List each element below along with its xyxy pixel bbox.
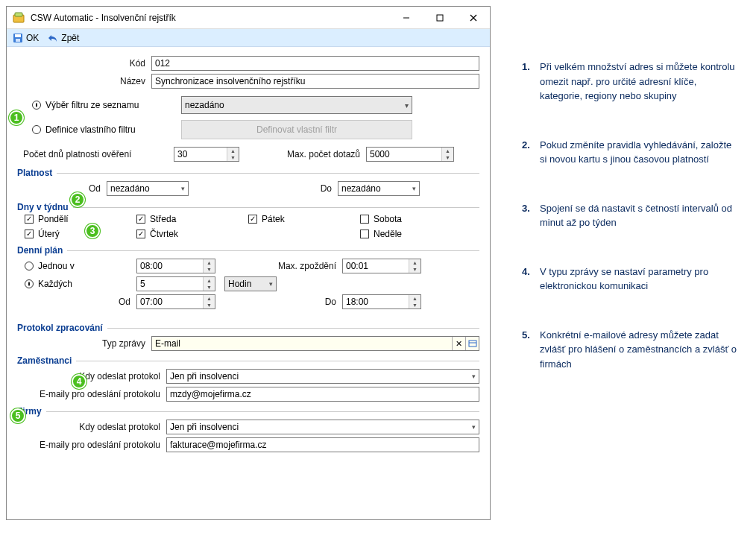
check-fri[interactable] xyxy=(248,215,257,224)
platnost-do-select[interactable]: nezadáno▾ xyxy=(338,181,420,196)
window-title: CSW Automatic - Insolvenční rejstřík xyxy=(31,13,389,23)
app-window: CSW Automatic - Insolvenční rejstřík OK … xyxy=(6,6,491,520)
minimize-button[interactable] xyxy=(389,7,423,28)
platnost-do-label: Do xyxy=(189,183,338,194)
note-4: 4.V typu zprávy se nastaví parametry pro… xyxy=(522,265,738,294)
companies-header: Firmy xyxy=(17,406,479,417)
kod-input[interactable] xyxy=(151,56,479,71)
msg-type-lookup[interactable]: E-mail ✕ xyxy=(151,336,479,351)
app-icon xyxy=(13,12,25,24)
days-valid-spinner[interactable]: ▲▼ xyxy=(174,147,239,162)
chevron-down-icon: ▾ xyxy=(472,423,476,431)
once-time-spinner[interactable]: ▲▼ xyxy=(136,259,215,273)
chevron-down-icon: ▾ xyxy=(181,185,185,192)
when-send-comp-select[interactable]: Jen při insolvenci▾ xyxy=(166,420,479,434)
chevron-down-icon: ▾ xyxy=(472,373,476,380)
emails-emp-input[interactable] xyxy=(166,387,479,402)
svg-rect-9 xyxy=(469,341,476,346)
svg-rect-3 xyxy=(437,15,443,21)
form-area: Kód Název Výběr filtru ze seznamu nezadá… xyxy=(7,47,490,519)
side-notes: 1.Při velkém množství adres si můžete ko… xyxy=(522,60,738,405)
kod-label: Kód xyxy=(17,58,151,69)
when-send-comp-label: Kdy odeslat protokol xyxy=(17,422,166,432)
once-radio[interactable] xyxy=(25,262,34,270)
max-queries-value[interactable] xyxy=(367,148,441,161)
marker-3: 3 xyxy=(85,224,100,238)
employees-header: Zaměstnanci xyxy=(17,355,479,366)
undo-icon xyxy=(48,33,58,43)
maximize-button[interactable] xyxy=(423,7,456,28)
note-5: 5.Konkrétní e-mailové adresy můžete zada… xyxy=(522,328,738,372)
note-2: 2.Pokud změníte pravidla vyhledávání, za… xyxy=(522,138,738,167)
back-button[interactable]: Zpět xyxy=(45,31,82,45)
daily-od-label: Od xyxy=(25,297,136,307)
filter-list-radio[interactable] xyxy=(32,101,41,110)
toolbar: OK Zpět xyxy=(7,29,490,47)
spin-up-icon[interactable]: ▲ xyxy=(227,148,239,154)
check-wed[interactable] xyxy=(136,215,145,224)
marker-4: 4 xyxy=(72,374,86,389)
note-3: 3.Spojení se dá nastavit s četností inte… xyxy=(522,201,738,230)
spin-down-icon[interactable]: ▼ xyxy=(442,154,453,161)
msg-type-label: Typ zprávy xyxy=(17,338,151,349)
when-send-emp-label: Kdy odeslat protokol xyxy=(17,371,166,382)
daily-od-spinner[interactable]: ▲▼ xyxy=(136,294,215,309)
marker-1: 1 xyxy=(9,110,24,125)
daily-do-label: Do xyxy=(215,297,342,307)
clear-icon[interactable]: ✕ xyxy=(452,337,465,350)
max-delay-spinner[interactable]: ▲▼ xyxy=(342,259,421,273)
ok-label: OK xyxy=(26,33,39,43)
check-thu[interactable] xyxy=(136,230,145,238)
define-own-filter-button: Definovat vlastní filtr xyxy=(181,120,412,139)
filter-list-radio-label: Výběr filtru ze seznamu xyxy=(45,100,139,110)
every-radio[interactable] xyxy=(25,279,34,288)
svg-rect-1 xyxy=(15,13,22,16)
emails-comp-label: E-maily pro odeslání protokolu xyxy=(17,440,166,450)
filter-own-radio[interactable] xyxy=(32,125,41,134)
title-bar: CSW Automatic - Insolvenční rejstřík xyxy=(7,7,490,29)
unit-select[interactable]: Hodin▾ xyxy=(224,276,277,291)
ok-button[interactable]: OK xyxy=(10,31,42,45)
platnost-od-label: Od xyxy=(77,183,107,194)
emails-comp-input[interactable] xyxy=(166,437,479,452)
nazev-label: Název xyxy=(17,76,151,86)
daily-do-spinner[interactable]: ▲▼ xyxy=(342,294,421,309)
spin-up-icon[interactable]: ▲ xyxy=(442,148,453,154)
note-1: 1.Při velkém množství adres si můžete ko… xyxy=(522,60,738,104)
max-queries-label: Max. počet dotazů xyxy=(239,149,366,159)
spin-down-icon[interactable]: ▼ xyxy=(227,154,239,161)
max-queries-spinner[interactable]: ▲▼ xyxy=(366,147,454,162)
when-send-emp-select[interactable]: Jen při insolvenci▾ xyxy=(166,369,479,384)
platnost-od-select[interactable]: nezadáno▾ xyxy=(107,181,189,196)
svg-rect-8 xyxy=(16,39,20,42)
lookup-icon[interactable] xyxy=(465,337,479,350)
chevron-down-icon: ▾ xyxy=(269,280,273,288)
marker-5: 5 xyxy=(10,408,25,423)
emails-emp-label: E-maily pro odeslání protokolu xyxy=(17,389,166,399)
check-sun[interactable] xyxy=(360,230,369,238)
chevron-down-icon: ▾ xyxy=(412,185,416,192)
max-delay-label: Max. zpoždění xyxy=(215,261,342,271)
check-sat[interactable] xyxy=(360,215,369,224)
protocol-header: Protokol zpracování xyxy=(17,323,479,333)
days-header: Dny v týdnu xyxy=(17,202,479,212)
every-spinner[interactable]: ▲▼ xyxy=(136,276,215,291)
days-valid-label: Počet dnů platnosti ověření xyxy=(17,149,174,159)
filter-select-value: nezadáno xyxy=(185,100,224,110)
svg-rect-7 xyxy=(15,34,21,37)
days-valid-value[interactable] xyxy=(174,148,227,161)
filter-select[interactable]: nezadáno ▾ xyxy=(181,96,412,114)
platnost-header: Platnost xyxy=(17,168,479,178)
marker-2: 2 xyxy=(70,192,85,207)
nazev-input[interactable] xyxy=(151,74,479,89)
chevron-down-icon: ▾ xyxy=(405,101,409,110)
daily-header: Denní plán xyxy=(17,245,479,256)
close-button[interactable] xyxy=(456,7,490,28)
filter-own-radio-label: Definice vlastního filtru xyxy=(45,124,136,135)
window-buttons xyxy=(389,7,490,28)
check-tue[interactable] xyxy=(25,230,34,238)
save-icon xyxy=(13,33,23,43)
check-mon[interactable] xyxy=(25,215,34,224)
back-label: Zpět xyxy=(61,33,79,43)
